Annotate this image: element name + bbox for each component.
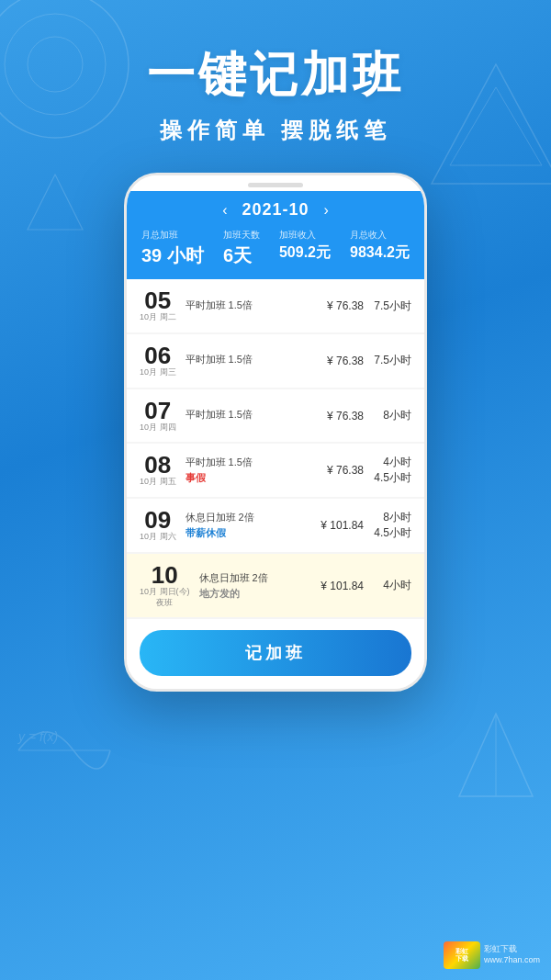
date-num: 08 — [144, 453, 171, 477]
days-value: 6天 — [223, 243, 252, 268]
total-income-value: 9834.2元 — [350, 243, 410, 263]
money-col: ¥ 76.38 — [313, 410, 364, 422]
stats-row: 月总加班 39 小时 加班天数 6天 加班收入 509.2元 月总收入 9834… — [141, 229, 410, 268]
date-col: 08 10月 周五 — [140, 453, 176, 488]
date-col: 10 10月 周日(今)夜班 — [140, 563, 190, 608]
overtime-type: 平时加班 1.5倍 — [186, 299, 304, 312]
month-nav: ‹ 2021-10 › — [141, 200, 410, 220]
total-overtime-value: 39 小时 — [141, 243, 204, 268]
next-month-button[interactable]: › — [324, 202, 329, 219]
overtime-type: 平时加班 1.5倍 — [186, 456, 304, 469]
date-num: 09 — [144, 508, 171, 532]
header-section: 一键记加班 操作简单 摆脱纸笔 — [0, 0, 551, 163]
phone-mockup: ‹ 2021-10 › 月总加班 39 小时 加班天数 6天 加班收入 509.… — [124, 173, 427, 692]
record-button[interactable]: 记加班 — [140, 630, 411, 676]
list-item[interactable]: 05 10月 周二 平时加班 1.5倍 ¥ 76.38 7.5小时 — [127, 279, 424, 332]
stat-income: 加班收入 509.2元 — [279, 229, 331, 263]
phone-wrapper: ‹ 2021-10 › 月总加班 39 小时 加班天数 6天 加班收入 509.… — [0, 173, 551, 692]
watermark-logo: 彩虹下载 — [444, 941, 480, 969]
hours-col: 7.5小时 — [373, 299, 411, 314]
list-item[interactable]: 10 10月 周日(今)夜班 休息日加班 2倍 地方发的 ¥ 101.84 4小… — [127, 554, 424, 617]
info-col: 平时加班 1.5倍 — [186, 299, 304, 314]
date-sub: 10月 周四 — [140, 422, 176, 434]
info-col: 平时加班 1.5倍 事假 — [186, 456, 304, 485]
money-col: ¥ 76.38 — [313, 355, 364, 367]
list-item[interactable]: 08 10月 周五 平时加班 1.5倍 事假 ¥ 76.38 4小时4.5小时 — [127, 444, 424, 497]
list-item[interactable]: 09 10月 周六 休息日加班 2倍 带薪休假 ¥ 101.84 8小时4.5小… — [127, 499, 424, 552]
list-item[interactable]: 07 10月 周四 平时加班 1.5倍 ¥ 76.38 8小时 — [127, 389, 424, 443]
info-col: 平时加班 1.5倍 — [186, 408, 304, 423]
date-sub: 10月 周二 — [140, 312, 176, 323]
stat-total-income: 月总收入 9834.2元 — [350, 229, 410, 263]
notch-bar — [248, 183, 303, 187]
info-col: 平时加班 1.5倍 — [186, 353, 304, 368]
date-col: 05 10月 周二 — [140, 288, 176, 323]
stat-total-overtime: 月总加班 39 小时 — [141, 229, 204, 268]
watermark-text: 彩虹下载 www.7han.com — [484, 944, 540, 965]
list-item[interactable]: 06 10月 周三 平时加班 1.5倍 ¥ 76.38 7.5小时 — [127, 334, 424, 388]
date-sub: 10月 周五 — [140, 477, 176, 488]
tag-label: 地方发的 — [199, 587, 304, 601]
date-sub: 10月 周三 — [140, 367, 176, 378]
date-num: 06 — [144, 344, 171, 367]
date-col: 06 10月 周三 — [140, 344, 176, 378]
svg-marker-7 — [459, 714, 533, 796]
overtime-type: 平时加班 1.5倍 — [186, 353, 304, 366]
income-label: 加班收入 — [279, 229, 316, 242]
money-col: ¥ 76.38 — [313, 299, 364, 312]
date-col: 09 10月 周六 — [140, 508, 176, 543]
date-num: 07 — [144, 399, 171, 422]
date-num: 10 — [152, 563, 178, 587]
days-label: 加班天数 — [223, 229, 260, 242]
stat-days: 加班天数 6天 — [223, 229, 260, 268]
money-col: ¥ 76.38 — [313, 464, 364, 477]
overtime-type: 休息日加班 2倍 — [186, 511, 304, 524]
hours-col: 8小时 — [373, 408, 411, 423]
prev-month-button[interactable]: ‹ — [222, 202, 227, 219]
main-title: 一键记加班 — [0, 46, 551, 103]
total-overtime-label: 月总加班 — [141, 229, 178, 242]
info-col: 休息日加班 2倍 带薪休假 — [186, 511, 304, 540]
hours-col: 4小时4.5小时 — [373, 455, 411, 486]
info-col: 休息日加班 2倍 地方发的 — [199, 571, 304, 601]
overtime-type: 平时加班 1.5倍 — [186, 408, 304, 422]
overtime-type: 休息日加班 2倍 — [199, 571, 304, 585]
app-header: ‹ 2021-10 › 月总加班 39 小时 加班天数 6天 加班收入 509.… — [127, 191, 424, 279]
money-col: ¥ 101.84 — [313, 519, 364, 532]
date-num: 05 — [144, 288, 171, 312]
phone-notch — [127, 175, 424, 191]
tag-label: 带薪休假 — [186, 526, 304, 540]
date-col: 07 10月 周四 — [140, 399, 176, 434]
hours-col: 7.5小时 — [373, 353, 411, 368]
money-col: ¥ 101.84 — [313, 580, 364, 592]
watermark: 彩虹下载 彩虹下载 www.7han.com — [444, 941, 540, 969]
income-value: 509.2元 — [279, 243, 331, 263]
record-btn-wrapper: 记加班 — [127, 619, 424, 689]
hours-col: 8小时4.5小时 — [373, 510, 411, 541]
total-income-label: 月总收入 — [350, 229, 387, 242]
date-sub: 10月 周六 — [140, 532, 176, 543]
date-sub: 10月 周日(今)夜班 — [140, 587, 190, 608]
svg-text:y = f(x): y = f(x) — [17, 729, 58, 744]
month-label: 2021-10 — [242, 200, 309, 220]
records-list: 05 10月 周二 平时加班 1.5倍 ¥ 76.38 7.5小时 06 10月… — [127, 279, 424, 619]
hours-col: 4小时 — [373, 578, 411, 593]
sub-title: 操作简单 摆脱纸笔 — [0, 116, 551, 145]
tag-label: 事假 — [186, 471, 304, 485]
